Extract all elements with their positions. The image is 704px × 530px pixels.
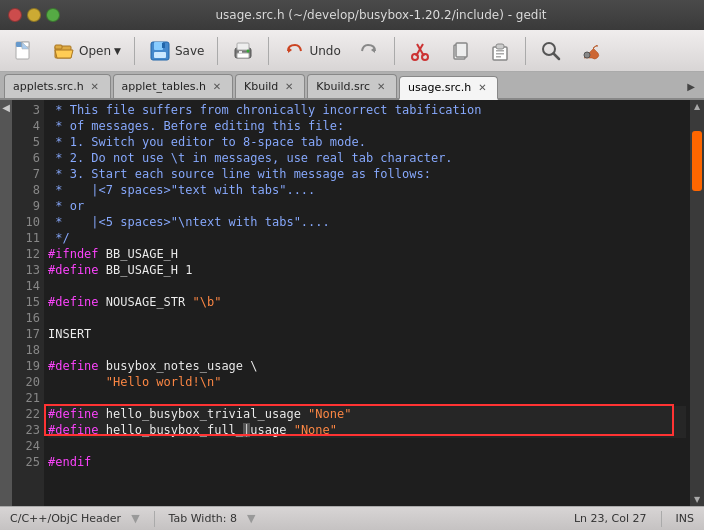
maximize-button[interactable] [46, 8, 60, 22]
tabs-bar: applets.src.h ✕ applet_tables.h ✕ Kbuild… [0, 72, 704, 100]
svg-marker-16 [288, 47, 292, 53]
new-button[interactable] [6, 34, 42, 68]
statusbar-right: Ln 23, Col 27 INS [574, 511, 694, 527]
tab-width-selector[interactable]: Tab Width: 8 [169, 512, 237, 525]
tools-button[interactable] [573, 34, 609, 68]
scroll-up-arrow[interactable]: ▲ [694, 102, 700, 111]
separator-5 [525, 37, 526, 65]
tabs-scroll-right[interactable]: ▶ [682, 74, 700, 98]
toolbar: Open ▼ Save [0, 30, 704, 72]
editor-container: ◀ 3 4 5 6 7 8 9 10 11 12 13 14 15 16 17 … [0, 100, 704, 506]
svg-rect-23 [456, 43, 467, 57]
scroll-left[interactable]: ◀ [0, 100, 12, 506]
separator-3 [268, 37, 269, 65]
code-line-12: #ifndef BB_USAGE_H [48, 246, 686, 262]
vertical-scrollbar[interactable]: ▲ ▼ [690, 100, 704, 506]
code-line-24 [48, 438, 686, 454]
copy-button[interactable] [442, 34, 478, 68]
svg-rect-13 [237, 53, 249, 58]
scrollbar-thumb[interactable] [692, 131, 702, 191]
code-line-23: #define hello_busybox_full_|usage "None" [48, 422, 686, 438]
code-line-13: #define BB_USAGE_H 1 [48, 262, 686, 278]
code-line-6: * 2. Do not use \t in messages, use real… [48, 150, 686, 166]
line-numbers: 3 4 5 6 7 8 9 10 11 12 13 14 15 16 17 18… [12, 100, 44, 506]
code-line-15: #define NOUSAGE_STR "\b" [48, 294, 686, 310]
svg-rect-25 [496, 44, 504, 49]
tab-close-kbuild[interactable]: ✕ [282, 80, 296, 94]
code-line-14 [48, 278, 686, 294]
save-button[interactable]: Save [142, 34, 210, 68]
code-line-22: #define hello_busybox_trivial_usage "Non… [48, 406, 686, 422]
search-button[interactable] [533, 34, 569, 68]
svg-marker-17 [371, 47, 375, 53]
save-icon [148, 39, 172, 63]
tools-icon [579, 39, 603, 63]
print-icon [231, 39, 255, 63]
tab-label: Kbuild [244, 80, 278, 93]
tab-close-usage-src[interactable]: ✕ [475, 81, 489, 95]
print-button[interactable] [225, 34, 261, 68]
svg-rect-14 [239, 51, 242, 53]
tab-applets-src[interactable]: applets.src.h ✕ [4, 74, 111, 98]
svg-point-21 [422, 54, 428, 60]
language-selector[interactable]: C/C++/ObjC Header [10, 512, 121, 525]
svg-rect-5 [55, 45, 62, 49]
code-line-10: * |<5 spaces>"\ntext with tabs".... [48, 214, 686, 230]
code-editor[interactable]: * This file suffers from chronically inc… [44, 100, 690, 506]
redo-icon [357, 39, 381, 63]
svg-point-31 [584, 52, 590, 58]
statusbar-divider-2 [661, 511, 662, 527]
svg-rect-26 [496, 50, 504, 52]
tab-kbuild[interactable]: Kbuild ✕ [235, 74, 305, 98]
paste-button[interactable] [482, 34, 518, 68]
svg-rect-8 [154, 42, 163, 50]
code-line-11: */ [48, 230, 686, 246]
open-icon [52, 39, 76, 63]
cut-button[interactable] [402, 34, 438, 68]
tab-close-kbuild-src[interactable]: ✕ [374, 80, 388, 94]
redo-button[interactable] [351, 34, 387, 68]
svg-line-30 [553, 53, 559, 59]
minimize-button[interactable] [27, 8, 41, 22]
tab-close-applets-src[interactable]: ✕ [88, 80, 102, 94]
code-line-4: * of messages. Before editing this file: [48, 118, 686, 134]
tab-label: Kbuild.src [316, 80, 370, 93]
svg-rect-10 [162, 43, 165, 48]
separator-2 [217, 37, 218, 65]
tab-label: usage.src.h [408, 81, 471, 94]
undo-label: Undo [309, 44, 340, 58]
tab-applet-tables[interactable]: applet_tables.h ✕ [113, 74, 233, 98]
code-line-7: * 3. Start each source line with message… [48, 166, 686, 182]
svg-point-20 [412, 54, 418, 60]
save-label: Save [175, 44, 204, 58]
scroll-down-arrow[interactable]: ▼ [694, 495, 700, 504]
svg-point-15 [247, 49, 250, 52]
code-line-19: #define busybox_notes_usage \ [48, 358, 686, 374]
cut-icon [408, 39, 432, 63]
tab-label: applet_tables.h [122, 80, 206, 93]
tab-close-applet-tables[interactable]: ✕ [210, 80, 224, 94]
undo-icon [282, 39, 306, 63]
tab-usage-src[interactable]: usage.src.h ✕ [399, 76, 498, 100]
tab-kbuild-src[interactable]: Kbuild.src ✕ [307, 74, 397, 98]
statusbar-sep-1: ▼ [131, 512, 139, 525]
open-button[interactable]: Open ▼ [46, 34, 127, 68]
statusbar-sep-2: ▼ [247, 512, 255, 525]
copy-icon [448, 39, 472, 63]
code-line-9: * or [48, 198, 686, 214]
statusbar-divider-1 [154, 511, 155, 527]
code-line-20: "Hello world!\n" [48, 374, 686, 390]
code-line-5: * 1. Switch you editor to 8-space tab mo… [48, 134, 686, 150]
close-button[interactable] [8, 8, 22, 22]
statusbar: C/C++/ObjC Header ▼ Tab Width: 8 ▼ Ln 23… [0, 506, 704, 530]
undo-button[interactable]: Undo [276, 34, 346, 68]
code-line-3: * This file suffers from chronically inc… [48, 102, 686, 118]
code-line-8: * |<7 spaces>"text with tabs".... [48, 182, 686, 198]
titlebar: usage.src.h (~/develop/busybox-1.20.2/in… [0, 0, 704, 30]
open-dropdown-icon[interactable]: ▼ [114, 46, 121, 56]
new-icon [12, 39, 36, 63]
code-line-25: #endif [48, 454, 686, 470]
tab-label: applets.src.h [13, 80, 84, 93]
search-icon [539, 39, 563, 63]
svg-rect-12 [237, 43, 249, 50]
